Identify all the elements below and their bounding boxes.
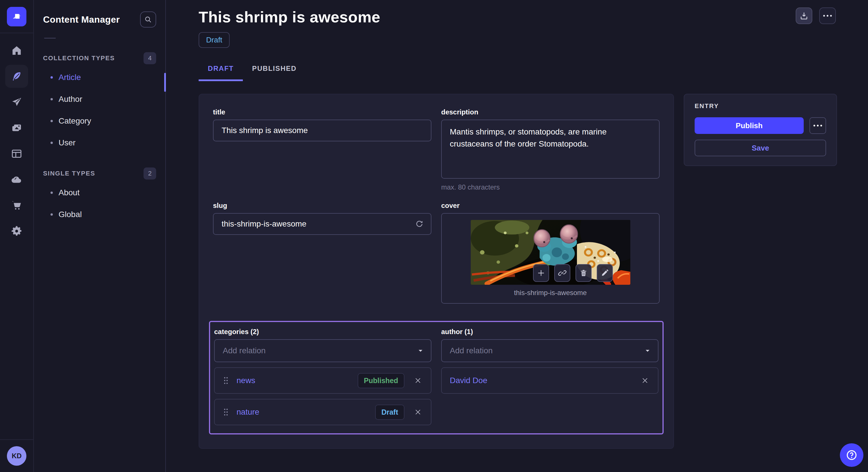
sidebar-item-article[interactable]: Article	[43, 67, 156, 88]
add-asset-button[interactable]	[533, 264, 549, 282]
sidebar-item-global[interactable]: Global	[43, 204, 156, 225]
sidebar-item-label: Category	[59, 116, 91, 126]
relation-row-david-doe: David Doe	[441, 367, 658, 394]
cover-box: this-shrimp-is-awesome	[441, 213, 660, 304]
trash-icon	[579, 269, 588, 277]
cloud-icon[interactable]	[5, 168, 28, 191]
field-description: description Mantis shrimps, or stomatopo…	[441, 108, 660, 191]
content-manager-sidebar: Content Manager COLLECTION TYPES 4 Artic…	[34, 0, 166, 472]
gear-icon[interactable]	[5, 220, 28, 243]
bullet-icon	[51, 120, 53, 122]
field-label: slug	[213, 202, 431, 210]
strapi-logo[interactable]	[7, 7, 26, 26]
author-relation-select[interactable]	[441, 339, 658, 362]
drag-handle-icon[interactable]	[223, 407, 229, 417]
field-categories: categories (2)	[214, 328, 431, 425]
tab-published[interactable]: PUBLISHED	[243, 58, 306, 81]
field-slug: slug	[213, 202, 431, 304]
description-textarea[interactable]: Mantis shrimps, or stomatopods, are mari…	[441, 120, 660, 179]
refresh-icon	[415, 220, 424, 229]
send-icon[interactable]	[5, 91, 28, 113]
download-icon	[799, 11, 809, 20]
field-label: categories (2)	[214, 328, 431, 336]
rail-bottom-divider	[0, 439, 33, 440]
relation-link[interactable]: David Doe	[450, 376, 487, 385]
edit-asset-button[interactable]	[597, 264, 613, 282]
pencil-icon	[600, 269, 609, 277]
relation-row-nature: nature Draft	[214, 399, 431, 425]
home-icon[interactable]	[5, 39, 28, 62]
relation-link[interactable]: nature	[237, 407, 259, 417]
main-content: This shrimp is awesome Draft DRAFT PUBLI…	[166, 0, 868, 472]
save-button[interactable]: Save	[694, 140, 826, 156]
sidebar-item-category[interactable]: Category	[43, 110, 156, 132]
tab-draft[interactable]: DRAFT	[198, 58, 243, 81]
close-icon	[414, 408, 422, 416]
section-collection-types: COLLECTION TYPES 4	[43, 52, 156, 64]
layout-icon[interactable]	[5, 142, 28, 165]
entry-more-button[interactable]	[809, 117, 826, 134]
drag-handle-icon[interactable]	[223, 376, 229, 385]
cover-actions	[533, 264, 613, 282]
relation-link[interactable]: news	[237, 376, 255, 385]
field-cover: cover	[441, 202, 660, 304]
relation-row-news: news Published	[214, 367, 431, 394]
description-hint: max. 80 characters	[441, 183, 660, 191]
search-button[interactable]	[140, 11, 156, 28]
relation-status-badge: Draft	[375, 405, 404, 420]
delete-asset-button[interactable]	[576, 264, 592, 282]
sidebar-item-author[interactable]: Author	[43, 88, 156, 110]
sidebar-item-label: Author	[59, 95, 82, 104]
field-label: title	[213, 108, 431, 116]
strapi-logo-icon	[10, 10, 23, 23]
section-count-badge: 4	[144, 52, 156, 64]
copy-link-button[interactable]	[554, 264, 570, 282]
rail-nav	[5, 39, 28, 245]
cover-caption: this-shrimp-is-awesome	[514, 289, 587, 297]
status-badge: Draft	[198, 32, 229, 48]
author-relation-input[interactable]	[442, 346, 658, 355]
sidebar-item-label: Article	[59, 73, 81, 82]
more-options-button[interactable]	[819, 7, 836, 24]
chevron-down-icon	[644, 347, 651, 354]
categories-relation-select[interactable]	[214, 339, 431, 362]
images-icon[interactable]	[5, 116, 28, 139]
sidebar-item-about[interactable]: About	[43, 182, 156, 204]
section-label: COLLECTION TYPES	[43, 55, 115, 62]
sidebar-item-label: Global	[59, 210, 82, 219]
close-icon	[414, 377, 422, 384]
user-avatar[interactable]: KD	[7, 446, 26, 466]
sidebar-item-label: About	[59, 188, 80, 197]
bullet-icon	[51, 98, 53, 100]
feather-icon[interactable]	[5, 65, 28, 88]
plus-icon	[537, 269, 546, 277]
collection-types-list: Article Author Category User	[43, 67, 156, 154]
sidebar-item-user[interactable]: User	[43, 132, 156, 154]
categories-relation-input[interactable]	[215, 346, 431, 355]
regenerate-slug-button[interactable]	[414, 218, 425, 230]
remove-relation-button[interactable]	[413, 376, 423, 385]
download-button[interactable]	[796, 7, 812, 24]
field-label: author (1)	[441, 328, 658, 336]
tabs: DRAFT PUBLISHED	[198, 58, 868, 81]
cart-icon[interactable]	[5, 194, 28, 217]
ellipsis-icon	[813, 125, 822, 127]
bullet-icon	[51, 192, 53, 194]
sidebar-item-label: User	[59, 138, 75, 147]
title-input[interactable]	[213, 120, 431, 141]
section-single-types: SINGLE TYPES 2	[43, 167, 156, 179]
entry-panel-title: ENTRY	[694, 102, 826, 110]
question-mark-icon	[845, 449, 858, 461]
field-author: author (1) David Doe	[441, 328, 658, 425]
field-label: description	[441, 108, 660, 116]
remove-relation-button[interactable]	[640, 376, 650, 385]
slug-input[interactable]	[213, 213, 431, 235]
field-title: title	[213, 108, 431, 191]
rail-divider	[0, 33, 33, 33]
publish-button[interactable]: Publish	[694, 117, 804, 134]
header-actions	[796, 7, 836, 24]
help-button[interactable]	[840, 443, 863, 467]
edit-form-card: title description Mantis shrimps, or sto…	[198, 94, 674, 449]
remove-relation-button[interactable]	[413, 407, 423, 417]
relation-status-badge: Published	[358, 373, 404, 388]
